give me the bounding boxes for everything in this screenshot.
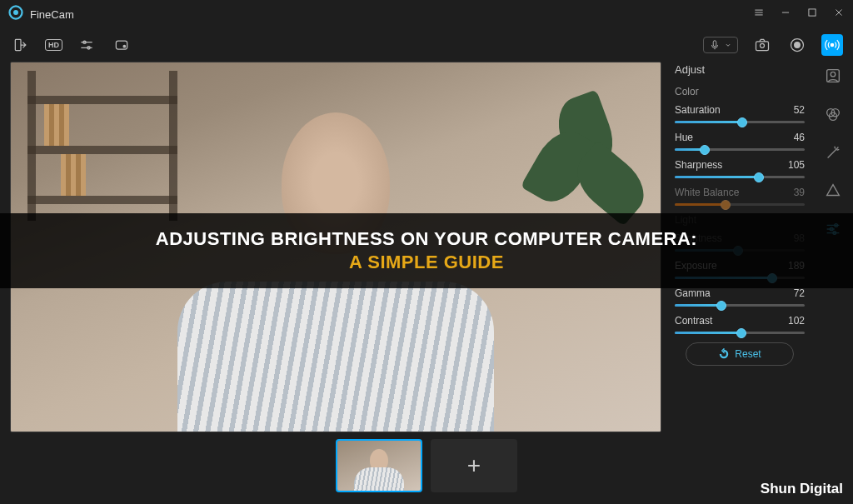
slider-sharpness[interactable]: Sharpness105 — [675, 159, 805, 178]
minimize-icon[interactable] — [780, 7, 791, 22]
svg-point-13 — [831, 43, 833, 46]
reset-button[interactable]: Reset — [686, 342, 794, 366]
svg-rect-2 — [809, 9, 816, 16]
reset-icon — [718, 348, 730, 360]
slider-saturation[interactable]: Saturation52 — [675, 104, 805, 123]
svg-rect-3 — [15, 39, 21, 50]
export-icon[interactable] — [10, 34, 32, 56]
svg-rect-9 — [756, 42, 769, 51]
adjust-title: Adjust — [675, 63, 805, 76]
magic-wand-icon[interactable] — [824, 143, 842, 162]
svg-rect-6 — [116, 41, 127, 49]
overlay-line-1: ADJUSTING BRIGHTNESS ON YOUR COMPUTER CA… — [17, 228, 836, 250]
svg-point-15 — [831, 72, 836, 77]
scene-thumb-1[interactable] — [336, 439, 422, 492]
menu-icon[interactable] — [753, 7, 765, 22]
color-balance-icon[interactable] — [824, 105, 842, 123]
slider-gamma[interactable]: Gamma72 — [675, 287, 805, 307]
broadcast-icon[interactable] — [821, 34, 843, 56]
svg-point-7 — [123, 45, 126, 47]
record-icon[interactable] — [786, 34, 808, 56]
overlay-line-2: A SIMPLE GUIDE — [17, 252, 836, 273]
app-title: FineCam — [30, 8, 74, 21]
title-bar: FineCam — [0, 0, 853, 28]
add-scene-button[interactable]: + — [431, 439, 517, 492]
microphone-dropdown[interactable] — [703, 37, 738, 53]
app-logo-icon — [8, 5, 23, 23]
svg-point-1 — [13, 10, 18, 15]
toolbar: HD — [0, 28, 853, 62]
overlay-icon[interactable] — [111, 34, 132, 56]
watermark: Shun Digital — [761, 481, 843, 497]
sliders-icon[interactable] — [76, 34, 97, 56]
maximize-icon[interactable] — [806, 7, 818, 22]
slider-white-balance[interactable]: White Balance39 — [675, 187, 805, 206]
portrait-icon[interactable] — [824, 67, 842, 85]
shape-icon[interactable] — [824, 182, 842, 200]
slider-contrast[interactable]: Contrast102 — [675, 315, 805, 334]
slider-hue[interactable]: Hue46 — [675, 132, 805, 151]
camera-icon[interactable] — [751, 34, 773, 56]
scene-thumbnails: + — [0, 432, 853, 499]
svg-rect-8 — [713, 41, 716, 47]
section-color: Color — [675, 86, 805, 97]
hd-badge[interactable]: HD — [45, 39, 62, 51]
svg-point-12 — [795, 42, 801, 48]
svg-point-10 — [761, 43, 765, 47]
close-icon[interactable] — [833, 7, 845, 22]
overlay-banner: ADJUSTING BRIGHTNESS ON YOUR COMPUTER CA… — [0, 213, 853, 288]
